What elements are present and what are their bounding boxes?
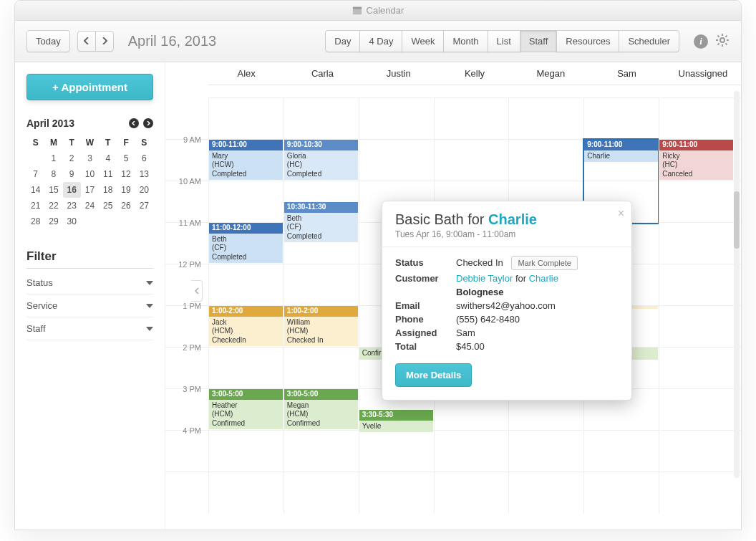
status-label: Status [395, 257, 456, 268]
assigned-value: Sam [456, 327, 619, 338]
mini-cal-day[interactable]: 3 [81, 150, 99, 166]
sidebar-collapse-handle[interactable] [191, 280, 203, 302]
mini-cal-day[interactable]: 24 [81, 198, 99, 214]
mini-cal-day[interactable]: 21 [26, 198, 44, 214]
customer-link[interactable]: Debbie Taylor [456, 273, 513, 284]
view-tab-list[interactable]: List [488, 30, 520, 52]
view-tab-resources[interactable]: Resources [556, 30, 619, 52]
mini-calendar: April 2013 SMTWTFS 123456789101112131415… [26, 118, 153, 229]
mini-cal-day[interactable]: 12 [117, 166, 135, 182]
svg-line-10 [725, 35, 727, 37]
next-button[interactable] [95, 31, 114, 52]
weekday-header: S [135, 135, 153, 150]
view-tab-4day[interactable]: 4 Day [359, 30, 402, 52]
mini-cal-title: April 2013 [26, 118, 74, 129]
filter-section: Filter StatusServiceStaff [26, 249, 153, 340]
new-appointment-button[interactable]: + Appointment [26, 74, 153, 100]
appointment[interactable]: 9:00-11:00Mary(HCW)Completed [209, 140, 283, 223]
staff-column[interactable]: 9:00-11:00Ricky(HC)Canceled [659, 98, 734, 514]
nav-arrows [77, 31, 114, 52]
gear-icon[interactable] [715, 33, 730, 50]
mark-complete-button[interactable]: Mark Complete [511, 256, 578, 270]
mini-cal-day[interactable]: 17 [81, 182, 99, 198]
svg-line-8 [725, 43, 727, 44]
mini-cal-day[interactable]: 14 [26, 182, 44, 198]
filter-staff[interactable]: Staff [26, 317, 153, 340]
staff-column-header: Kelly [437, 62, 513, 85]
mini-cal-day[interactable]: 18 [99, 182, 117, 198]
mini-cal-day[interactable]: 2 [63, 150, 81, 166]
mini-cal-day[interactable]: 15 [44, 182, 62, 198]
mini-cal-day[interactable]: 1 [44, 150, 62, 166]
mini-cal-day[interactable]: 22 [44, 198, 62, 214]
status-value: Checked In Mark Complete [456, 256, 619, 270]
scrollbar[interactable] [734, 91, 740, 478]
breed-value: Bolognese [456, 287, 619, 297]
mini-cal-day[interactable]: 16 [63, 182, 81, 198]
appointment[interactable]: 9:00-10:30Gloria(HC)Completed [284, 140, 358, 202]
mini-cal-day[interactable]: 20 [135, 182, 153, 198]
appointment[interactable]: 1:00-2:00Jack(HCM)CheckedIn [209, 306, 283, 348]
filter-status[interactable]: Status [26, 272, 153, 295]
mini-cal-day[interactable]: 9 [63, 166, 81, 182]
mini-cal-prev[interactable] [129, 118, 139, 128]
more-details-button[interactable]: More Details [395, 363, 472, 387]
info-icon[interactable]: i [694, 34, 708, 49]
time-label: 10 AM [165, 177, 205, 186]
mini-cal-day[interactable]: 25 [99, 198, 117, 214]
chevron-down-icon [146, 327, 153, 331]
mini-cal-day[interactable]: 8 [44, 166, 62, 182]
appointment[interactable]: 3:30-5:30Yvelle [359, 410, 433, 451]
staff-column-header: Justin [361, 62, 437, 85]
window-title: Calendar [367, 5, 404, 16]
appointment[interactable]: 11:00-12:00Beth(CF)Completed [209, 223, 283, 264]
scroll-thumb[interactable] [734, 191, 740, 249]
mini-cal-day[interactable]: 6 [135, 150, 153, 166]
weekday-header: T [63, 135, 81, 150]
mini-cal-day[interactable]: 23 [63, 198, 81, 214]
close-icon[interactable]: × [618, 207, 624, 220]
appointment[interactable]: 1:00-2:00William(HCM)Checked In [284, 306, 358, 348]
view-tab-staff[interactable]: Staff [520, 30, 558, 52]
staff-column[interactable]: 9:00-11:00Mary(HCW)Completed11:00-12:00B… [208, 98, 284, 514]
view-tab-day[interactable]: Day [325, 30, 360, 52]
pet-link[interactable]: Charlie [529, 273, 558, 284]
chevron-down-icon [146, 304, 153, 308]
appointment[interactable]: 3:00-5:00Heather(HCM)Confirmed [209, 389, 283, 472]
weekday-header: M [44, 135, 62, 150]
today-button[interactable]: Today [26, 30, 70, 52]
mini-cal-day[interactable]: 13 [135, 166, 153, 182]
chevron-down-icon [146, 281, 153, 285]
mini-cal-day[interactable]: 11 [99, 166, 117, 182]
staff-column-header: Sam [588, 62, 664, 85]
mini-cal-day[interactable]: 28 [26, 214, 44, 229]
mini-cal-next[interactable] [143, 118, 153, 128]
view-tab-month[interactable]: Month [443, 30, 488, 52]
view-tab-scheduler[interactable]: Scheduler [619, 30, 679, 52]
mini-cal-day[interactable]: 30 [63, 214, 81, 229]
mini-cal-day[interactable]: 26 [117, 198, 135, 214]
time-label: 2 PM [165, 343, 205, 352]
mini-cal-day[interactable]: 27 [135, 198, 153, 214]
view-tab-week[interactable]: Week [402, 30, 444, 52]
mini-cal-day[interactable]: 4 [99, 150, 117, 166]
mini-cal-day[interactable]: 29 [44, 214, 62, 229]
mini-cal-day[interactable]: 5 [117, 150, 135, 166]
prev-button[interactable] [77, 31, 96, 52]
appointment[interactable]: 9:00-11:00Ricky(HC)Canceled [659, 140, 733, 223]
appointment[interactable]: 10:30-11:30Beth(CF)Completed [284, 202, 358, 244]
filter-service[interactable]: Service [26, 295, 153, 317]
phone-value: (555) 642-8480 [456, 314, 619, 325]
toolbar: Today April 16, 2013 Day4 DayWeekMonthLi… [15, 21, 741, 62]
weekday-header: F [117, 135, 135, 150]
mini-cal-day[interactable]: 10 [81, 166, 99, 182]
staff-column[interactable]: 9:00-10:30Gloria(HC)Completed10:30-11:30… [284, 98, 359, 514]
time-label: 12 PM [165, 260, 205, 269]
total-label: Total [395, 341, 456, 352]
svg-rect-1 [352, 6, 361, 9]
mini-cal-day [135, 214, 153, 229]
mini-cal-day[interactable]: 19 [117, 182, 135, 198]
staff-column-header: Unassigned [665, 62, 741, 85]
mini-cal-day[interactable]: 7 [26, 166, 44, 182]
appointment[interactable]: 3:00-5:00Megan(HCM)Confirmed [284, 389, 358, 472]
